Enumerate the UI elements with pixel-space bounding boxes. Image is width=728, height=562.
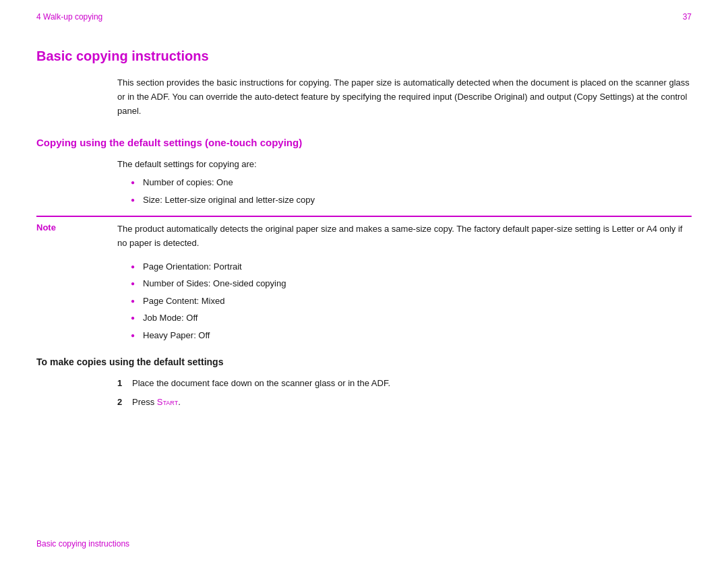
step-2-number: 2 bbox=[117, 396, 132, 409]
header-page-number: 37 bbox=[683, 12, 692, 22]
step-1-text: Place the document face down on the scan… bbox=[132, 377, 390, 390]
page-title: Basic copying instructions bbox=[36, 49, 692, 64]
step-2-after: . bbox=[178, 397, 181, 407]
bullet-list-1: Number of copies: One Size: Letter-size … bbox=[131, 176, 692, 206]
list-item: Heavy Paper: Off bbox=[131, 329, 692, 342]
bullet-list-2: Page Orientation: Portrait Number of Sid… bbox=[131, 260, 692, 342]
page: 4 Walk-up copying 37 Basic copying instr… bbox=[0, 0, 728, 562]
main-content: Basic copying instructions This section … bbox=[0, 28, 728, 445]
list-item: Page Content: Mixed bbox=[131, 294, 692, 308]
note-label: Note bbox=[36, 222, 117, 232]
intro-paragraph: This section provides the basic instruct… bbox=[117, 76, 692, 118]
step-2-text: Press Start. bbox=[132, 396, 181, 409]
numbered-steps: 1 Place the document face down on the sc… bbox=[117, 377, 692, 408]
step-2-before: Press bbox=[132, 397, 157, 407]
list-item: Number of copies: One bbox=[131, 176, 692, 189]
list-item: Size: Letter-size original and letter-si… bbox=[131, 193, 692, 207]
footer-text: Basic copying instructions bbox=[36, 539, 129, 549]
step-1-number: 1 bbox=[117, 377, 132, 390]
header-chapter-text: 4 Walk-up copying bbox=[36, 12, 102, 22]
subsection-title: To make copies using the default setting… bbox=[36, 356, 692, 367]
page-header: 4 Walk-up copying 37 bbox=[0, 0, 728, 28]
list-item: Job Mode: Off bbox=[131, 311, 692, 325]
note-box: Note The product automatically detects t… bbox=[36, 216, 692, 251]
start-link[interactable]: Start bbox=[157, 397, 178, 407]
section-title: Copying using the default settings (one-… bbox=[36, 137, 692, 148]
step-2: 2 Press Start. bbox=[117, 396, 692, 409]
page-footer: Basic copying instructions bbox=[36, 538, 692, 549]
default-settings-intro: The default settings for copying are: bbox=[117, 159, 692, 169]
step-1: 1 Place the document face down on the sc… bbox=[117, 377, 692, 390]
list-item: Page Orientation: Portrait bbox=[131, 260, 692, 274]
note-content: The product automatically detects the or… bbox=[117, 222, 692, 251]
list-item: Number of Sides: One-sided copying bbox=[131, 277, 692, 290]
